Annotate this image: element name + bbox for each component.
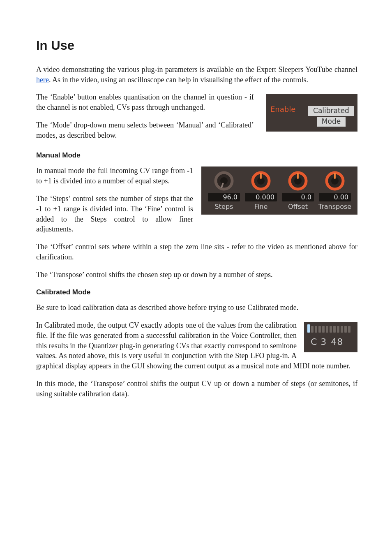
knob-value: 0.0 [282, 193, 314, 201]
svg-rect-7 [260, 173, 262, 179]
knob-label: Offset [279, 202, 316, 211]
mode-dropdown-value: Calibrated [308, 106, 354, 116]
note-number: 48 [331, 337, 343, 347]
calibrated-mode-heading: Calibrated Mode [36, 287, 357, 297]
knob-label: Fine [242, 202, 279, 211]
page-title: In Use [36, 37, 357, 55]
manual-p4: The ‘Transpose’ control shifts the chose… [36, 270, 357, 280]
knob-icon [286, 171, 309, 191]
calibrated-p1: Be sure to load calibration data as desc… [36, 303, 357, 313]
knob-label: Transpose [316, 202, 353, 211]
knob-steps[interactable]: 96.0Steps [205, 171, 242, 211]
video-link[interactable]: here [36, 76, 49, 84]
enable-mode-panel: Enable Calibrated Mode [266, 94, 357, 132]
intro-text-b: . As in the video, using an oscilloscope… [49, 76, 308, 84]
knob-value: 0.00 [319, 193, 351, 201]
note-name: C 3 [311, 337, 327, 347]
svg-rect-15 [334, 173, 336, 179]
calibrated-p3: In this mode, the ‘Transpose’ control sh… [36, 379, 357, 399]
mode-dropdown[interactable]: Calibrated Mode [308, 106, 354, 127]
mode-dropdown-label: Mode [317, 117, 346, 127]
svg-point-2 [220, 177, 228, 185]
manual-controls-panel: 96.0Steps0.000Fine0.0Offset0.00Transpose [201, 166, 357, 215]
knob-value: 96.0 [208, 193, 240, 201]
knob-label: Steps [205, 202, 242, 211]
manual-p1: In manual mode the full incoming CV rang… [36, 166, 201, 186]
manual-mode-heading: Manual Mode [36, 150, 357, 160]
knob-transpose[interactable]: 0.00Transpose [316, 171, 353, 211]
enable-button[interactable]: Enable [270, 104, 295, 115]
manual-p2: The ‘Steps’ control sets the number of s… [36, 194, 201, 234]
note-keyboard-graphic [307, 324, 355, 333]
manual-p3: The ‘Offset’ control sets where within a… [36, 242, 357, 262]
knob-icon [323, 171, 346, 191]
knob-fine[interactable]: 0.000Fine [242, 171, 279, 211]
enable-description: The ‘Enable’ button enables quantisation… [36, 92, 254, 113]
note-readout: C 348 [311, 336, 343, 348]
knob-value: 0.000 [245, 193, 277, 201]
intro-paragraph: A video demonstrating the various plug-i… [36, 65, 357, 85]
note-display-panel: C 348 [304, 322, 357, 352]
knob-icon [249, 171, 272, 191]
intro-text-a: A video demonstrating the various plug-i… [36, 65, 357, 74]
knob-offset[interactable]: 0.0Offset [279, 171, 316, 211]
knob-icon [212, 171, 235, 191]
svg-rect-11 [297, 173, 299, 179]
mode-description: The ‘Mode’ drop-down menu selects betwee… [36, 120, 254, 141]
